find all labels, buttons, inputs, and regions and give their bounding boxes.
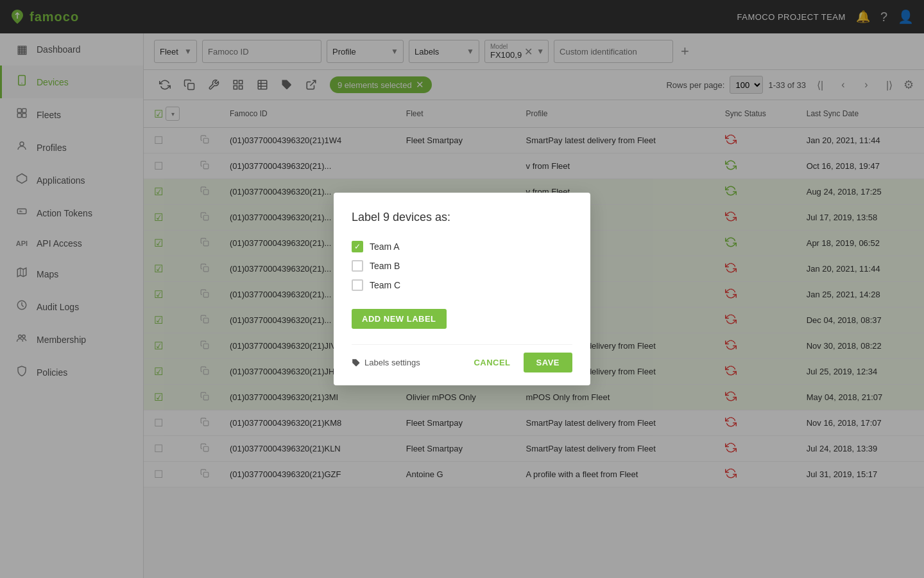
modal-label-text: Team A: [370, 241, 400, 252]
modal-label-checkbox-team-a[interactable]: [352, 241, 363, 252]
save-button[interactable]: SAVE: [524, 353, 572, 372]
modal-label-item[interactable]: Team C: [352, 276, 572, 295]
cancel-button[interactable]: CANCEL: [466, 353, 518, 372]
modal-label-checkbox-team-c[interactable]: [352, 279, 363, 291]
modal-label-checkbox-team-b[interactable]: [352, 260, 363, 272]
labels-settings-text: Labels settings: [364, 358, 420, 367]
label-devices-modal: Label 9 devices as: Team A Team B Team C…: [334, 193, 590, 385]
modal-label-text: Team C: [370, 280, 400, 290]
modal-overlay: Label 9 devices as: Team A Team B Team C…: [0, 0, 924, 578]
add-new-label-button[interactable]: ADD NEW LABEL: [352, 309, 447, 329]
modal-label-item[interactable]: Team A: [352, 237, 572, 256]
modal-actions: CANCEL SAVE: [466, 353, 572, 372]
modal-title: Label 9 devices as:: [352, 211, 572, 224]
modal-footer: Labels settings CANCEL SAVE: [352, 344, 572, 372]
modal-label-text: Team B: [370, 261, 400, 271]
labels-settings-link[interactable]: Labels settings: [352, 358, 420, 367]
modal-label-item[interactable]: Team B: [352, 256, 572, 276]
modal-labels-list: Team A Team B Team C: [352, 237, 572, 295]
